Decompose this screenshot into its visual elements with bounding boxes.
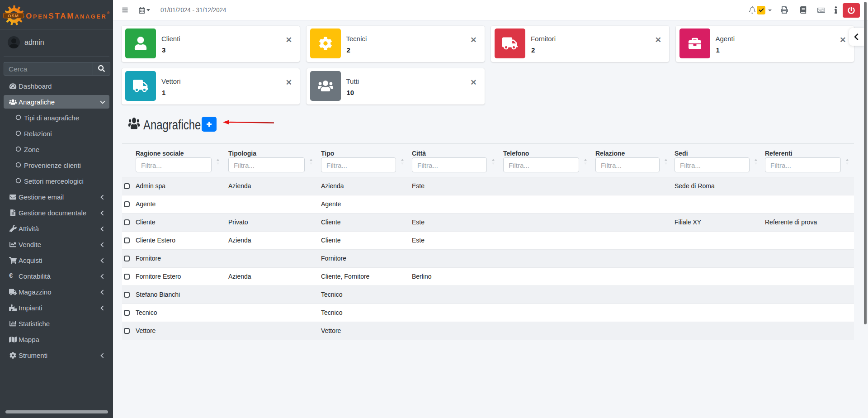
svg-text:OSM: OSM — [8, 14, 19, 18]
